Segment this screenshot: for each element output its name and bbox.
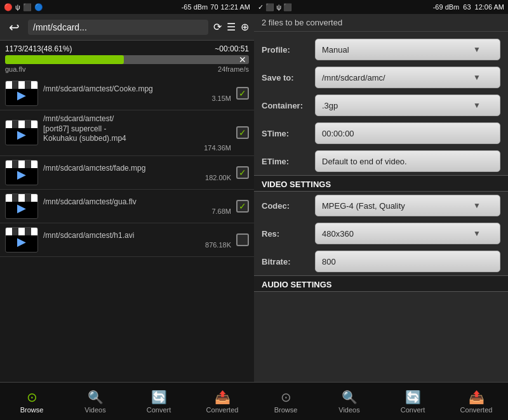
file-thumbnail: ▶: [5, 227, 38, 253]
right-left-icons: ✓ ⬛ ψ ⬛: [258, 3, 292, 11]
file-info: /mnt/sdcard/amctest/fade.mpg 182.00K: [43, 164, 231, 181]
res-value: 480x360: [322, 229, 354, 239]
saveto-dropdown[interactable]: /mnt/sdcard/amc/ ▼: [315, 67, 500, 88]
progress-time-label: ~00:00:51: [215, 44, 249, 53]
etime-input[interactable]: Default to end of video.: [315, 150, 500, 172]
right-status-info: -69 dBm 63 12:06 AM: [433, 3, 504, 11]
file-path: /mnt/sdcard/amctest/gua.flv: [43, 197, 231, 207]
right-tab-videos[interactable]: 🔍 Videos: [318, 383, 381, 420]
dropdown-arrow-icon: ▼: [473, 101, 481, 110]
right-signal: -69 dBm: [433, 3, 460, 11]
right-status-info: -65 dBm 70 12:21 AM: [182, 3, 250, 11]
dropdown-arrow-icon: ▼: [473, 229, 481, 238]
app-icon: ⬛: [23, 3, 32, 11]
dropdown-arrow-icon: ▼: [473, 201, 481, 210]
file-info: /mnt/sdcard/amctest/h1.avi 876.18K: [43, 231, 231, 249]
videos-icon: 🔍: [88, 390, 104, 405]
check-icon: ✓: [258, 3, 264, 11]
codec-dropdown[interactable]: MPEG-4 (Fast, Quality ▼: [315, 195, 500, 216]
bitrate-input[interactable]: 800: [315, 251, 500, 272]
etime-value: Default to end of video.: [322, 157, 407, 166]
list-item[interactable]: ▶ /mnt/sdcard/amctest/gua.flv 7.68M: [0, 190, 254, 223]
tab-convert[interactable]: 🔄 Convert: [127, 383, 190, 420]
stime-value: 00:00:00: [322, 129, 354, 138]
time-display: 12:21 AM: [221, 3, 250, 11]
codec-row: Codec: MPEG-4 (Fast, Quality ▼: [254, 192, 508, 220]
right-tab-converted[interactable]: 📤 Converted: [444, 383, 508, 420]
tab-converted[interactable]: 📤 Converted: [190, 383, 254, 420]
browse-label: Browse: [20, 406, 44, 414]
file-checkbox[interactable]: [236, 87, 249, 100]
right-converted-label: Converted: [460, 406, 493, 414]
file-checkbox[interactable]: [236, 233, 249, 246]
status-bar-right: ✓ ⬛ ψ ⬛ -69 dBm 63 12:06 AM: [254, 0, 508, 14]
progress-close-button[interactable]: ✕: [239, 55, 246, 64]
play-icon: ▶: [17, 167, 26, 181]
tab-browse[interactable]: ⊙ Browse: [0, 383, 64, 420]
saveto-value: /mnt/sdcard/amc/: [322, 73, 385, 82]
tab-videos[interactable]: 🔍 Videos: [64, 383, 127, 420]
res-control: 480x360 ▼: [315, 223, 500, 244]
wifi-icon: ψ: [276, 3, 281, 11]
res-dropdown[interactable]: 480x360 ▼: [315, 223, 500, 244]
right-tab-browse[interactable]: ⊙ Browse: [254, 383, 318, 420]
profile-value: Manual: [322, 45, 349, 55]
file-checkbox[interactable]: [236, 200, 249, 213]
file-list: ▶ /mnt/sdcard/amctest/Cooke.mpg 3.15M ▶ …: [0, 77, 254, 382]
list-item[interactable]: ▶ /mnt/sdcard/amctest/fade.mpg 182.00K: [0, 156, 254, 190]
file-thumbnail: ▶: [5, 120, 38, 145]
right-convert-icon: 🔄: [405, 390, 421, 405]
list-item[interactable]: ▶ /mnt/sdcard/amctest/Cooke.mpg 3.15M: [0, 77, 254, 110]
back-button[interactable]: ↩: [5, 20, 23, 35]
right-convert-label: Convert: [401, 406, 425, 414]
nav-icons-group: ⟳ ☰ ⊕: [213, 21, 249, 33]
file-thumbnail: ▶: [5, 81, 38, 106]
nav-bar: ↩ /mnt/sdcard... ⟳ ☰ ⊕: [0, 14, 254, 41]
etime-row: ETime: Default to end of video.: [254, 147, 508, 175]
list-item[interactable]: ▶ /mnt/sdcard/amctest/[port87] supercell…: [0, 110, 254, 156]
progress-area: 1173/2413(48.61%) ~00:00:51 ✕ gua.flv 24…: [0, 41, 254, 77]
right-converted-icon: 📤: [469, 390, 485, 405]
res-label: Res:: [262, 229, 310, 239]
file-info: /mnt/sdcard/amctest/[port87] supercell -…: [43, 114, 231, 152]
file-checkbox[interactable]: [236, 126, 249, 139]
right-panel: ✓ ⬛ ψ ⬛ -69 dBm 63 12:06 AM 2 files to b…: [254, 0, 508, 420]
codec-control: MPEG-4 (Fast, Quality ▼: [315, 195, 500, 216]
profile-label: Profile:: [262, 45, 310, 55]
file-checkbox[interactable]: [236, 166, 249, 179]
progress-fill: [5, 55, 124, 64]
right-videos-label: Videos: [338, 406, 359, 414]
convert-header: 2 files to be converted: [254, 14, 508, 32]
file-thumbnail: ▶: [5, 194, 38, 219]
codec-label: Codec:: [262, 201, 310, 211]
container-row: Container: .3gp ▼: [254, 91, 508, 119]
profile-dropdown[interactable]: Manual ▼: [315, 39, 500, 60]
play-icon: ▶: [17, 201, 26, 215]
play-icon: ▶: [17, 235, 26, 249]
stime-input[interactable]: 00:00:00: [315, 122, 500, 144]
progress-framerate: 24frame/s: [218, 65, 249, 73]
convert-icon: 🔄: [151, 390, 167, 405]
container-label: Container:: [262, 101, 310, 110]
menu-icon[interactable]: ☰: [227, 21, 236, 33]
file-thumbnail: ▶: [5, 160, 38, 185]
etime-label: ETime:: [262, 157, 310, 166]
usb-icon: ψ: [15, 3, 20, 11]
codec-value: MPEG-4 (Fast, Quality: [322, 201, 405, 211]
refresh-icon[interactable]: ⟳: [213, 21, 222, 33]
file-info: /mnt/sdcard/amctest/gua.flv 7.68M: [43, 197, 231, 215]
settings-icon[interactable]: ⊕: [241, 21, 249, 33]
container-value: .3gp: [322, 101, 338, 110]
bottom-nav-right: ⊙ Browse 🔍 Videos 🔄 Convert 📤 Converted: [254, 382, 508, 420]
container-dropdown[interactable]: .3gp ▼: [315, 95, 500, 116]
right-battery: 63: [463, 3, 471, 11]
right-tab-convert[interactable]: 🔄 Convert: [381, 383, 444, 420]
right-videos-icon: 🔍: [342, 390, 358, 405]
play-icon: ▶: [17, 128, 26, 141]
etime-control: Default to end of video.: [315, 150, 500, 172]
list-item[interactable]: ▶ /mnt/sdcard/amctest/h1.avi 876.18K: [0, 223, 254, 257]
file-path: /mnt/sdcard/amctest/[port87] supercell -…: [43, 114, 231, 144]
left-status-icons: 🔴 ψ ⬛ 🔵: [4, 3, 43, 11]
profile-row: Profile: Manual ▼: [254, 36, 508, 63]
progress-filename: gua.flv: [5, 65, 25, 73]
